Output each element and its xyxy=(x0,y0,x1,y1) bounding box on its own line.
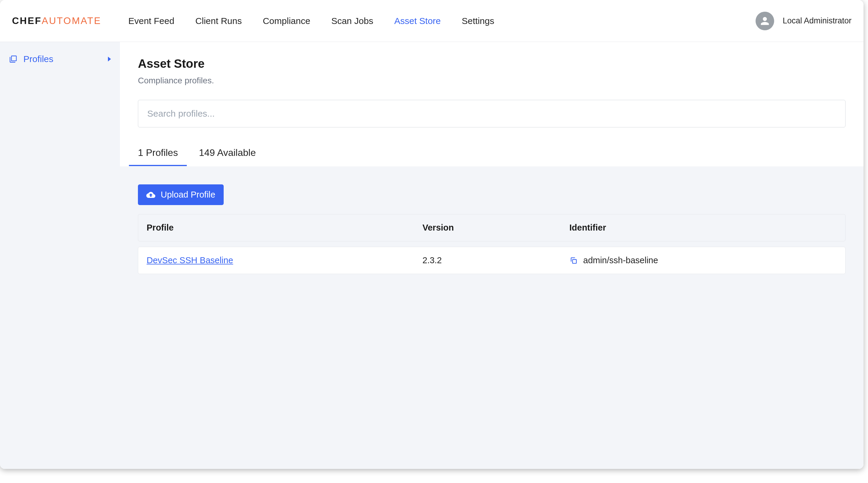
svg-rect-0 xyxy=(573,259,577,263)
nav-compliance[interactable]: Compliance xyxy=(262,16,310,26)
avatar[interactable] xyxy=(755,12,774,30)
page-title: Asset Store xyxy=(138,57,845,70)
search-input[interactable] xyxy=(138,100,845,127)
sidebar-item-label: Profiles xyxy=(23,54,53,64)
sidebar: Profiles xyxy=(0,42,120,469)
tabs: 1 Profiles 149 Available xyxy=(138,143,845,167)
nav-client-runs[interactable]: Client Runs xyxy=(195,16,242,26)
profile-version: 2.3.2 xyxy=(423,255,569,265)
profile-link[interactable]: DevSec SSH Baseline xyxy=(147,255,233,265)
library-icon xyxy=(9,55,18,63)
logo-chef: CHEF xyxy=(12,15,42,26)
profiles-table: Profile Version Identifier DevSec SSH Ba… xyxy=(138,214,845,274)
tab-available[interactable]: 149 Available xyxy=(199,143,256,166)
user-name: Local Administrator xyxy=(782,16,851,26)
sidebar-item-profiles[interactable]: Profiles xyxy=(0,48,120,71)
col-header-profile: Profile xyxy=(147,223,423,233)
logo-automate: AUTOMATE xyxy=(42,15,101,26)
cloud-upload-icon xyxy=(146,190,155,200)
copy-icon[interactable] xyxy=(569,256,578,265)
main-area: Profiles Asset Store Compliance profiles… xyxy=(0,42,864,469)
top-nav: Event Feed Client Runs Compliance Scan J… xyxy=(128,16,494,26)
profile-identifier: admin/ssh-baseline xyxy=(583,255,658,265)
nav-scan-jobs[interactable]: Scan Jobs xyxy=(331,16,373,26)
table-row[interactable]: DevSec SSH Baseline 2.3.2 admin/ssh-base… xyxy=(138,247,845,274)
content: Asset Store Compliance profiles. 1 Profi… xyxy=(120,42,864,469)
logo: CHEFAUTOMATE xyxy=(12,15,101,26)
person-icon xyxy=(759,15,771,27)
col-header-version: Version xyxy=(423,223,569,233)
nav-asset-store[interactable]: Asset Store xyxy=(394,16,441,26)
table-header: Profile Version Identifier xyxy=(138,214,845,241)
upload-profile-button[interactable]: Upload Profile xyxy=(138,184,224,205)
col-header-identifier: Identifier xyxy=(569,223,837,233)
upload-profile-label: Upload Profile xyxy=(161,190,215,200)
topbar: CHEFAUTOMATE Event Feed Client Runs Comp… xyxy=(0,0,864,42)
nav-settings[interactable]: Settings xyxy=(462,16,494,26)
nav-event-feed[interactable]: Event Feed xyxy=(128,16,174,26)
app-window: CHEFAUTOMATE Event Feed Client Runs Comp… xyxy=(0,0,864,469)
lower-panel: Upload Profile Profile Version Identifie… xyxy=(120,167,864,469)
tab-profiles[interactable]: 1 Profiles xyxy=(138,143,178,166)
chevron-right-icon xyxy=(108,57,111,61)
page-subtitle: Compliance profiles. xyxy=(138,76,845,86)
user-area[interactable]: Local Administrator xyxy=(755,12,851,30)
